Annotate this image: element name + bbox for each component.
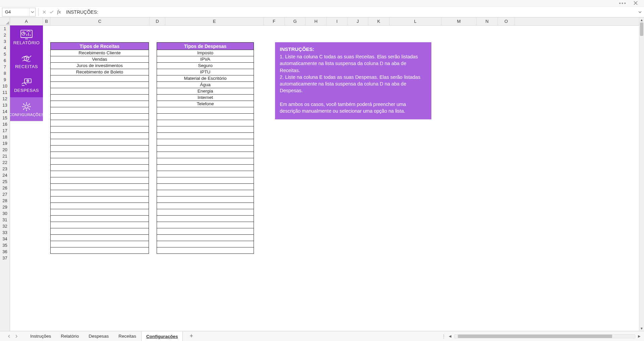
despesas-cell[interactable] bbox=[157, 171, 254, 177]
despesas-cell[interactable] bbox=[157, 203, 254, 209]
despesas-cell[interactable] bbox=[157, 222, 254, 228]
despesas-cell[interactable] bbox=[157, 216, 254, 222]
row-header-28[interactable]: 28 bbox=[0, 197, 10, 204]
receitas-cell[interactable] bbox=[50, 184, 149, 190]
column-header-K[interactable]: K bbox=[368, 17, 389, 25]
name-box[interactable]: G4 bbox=[2, 8, 36, 16]
despesas-cell[interactable]: IPTU bbox=[157, 69, 254, 75]
row-header-16[interactable]: 16 bbox=[0, 121, 10, 127]
row-header-20[interactable]: 20 bbox=[0, 147, 10, 153]
despesas-cell[interactable]: IPVA bbox=[157, 56, 254, 63]
receitas-cell[interactable] bbox=[50, 107, 149, 114]
receitas-cell[interactable] bbox=[50, 228, 149, 235]
despesas-cell[interactable]: Água bbox=[157, 82, 254, 88]
row-header-34[interactable]: 34 bbox=[0, 236, 10, 242]
receitas-cell[interactable] bbox=[50, 126, 149, 133]
receitas-cell[interactable] bbox=[50, 235, 149, 241]
row-header-24[interactable]: 24 bbox=[0, 172, 10, 178]
column-header-G[interactable]: G bbox=[285, 17, 306, 25]
row-header-8[interactable]: 8 bbox=[0, 70, 10, 76]
despesas-cell[interactable] bbox=[157, 247, 254, 254]
row-header-19[interactable]: 19 bbox=[0, 140, 10, 147]
row-header-7[interactable]: 7 bbox=[0, 64, 10, 70]
despesas-cell[interactable] bbox=[157, 228, 254, 235]
despesas-cell[interactable] bbox=[157, 190, 254, 196]
tab-prev-button[interactable] bbox=[6, 333, 12, 339]
hscroll-left-arrow[interactable]: ◀ bbox=[449, 334, 451, 338]
select-all-corner[interactable] bbox=[0, 17, 10, 25]
despesas-cell[interactable] bbox=[157, 209, 254, 216]
despesas-cell[interactable]: Imposto bbox=[157, 50, 254, 56]
row-header-21[interactable]: 21 bbox=[0, 153, 10, 159]
despesas-cell[interactable] bbox=[157, 146, 254, 152]
receitas-cell[interactable] bbox=[50, 82, 149, 88]
horizontal-scroll-thumb[interactable] bbox=[458, 335, 612, 338]
despesas-cell[interactable] bbox=[157, 165, 254, 171]
receitas-cell[interactable] bbox=[50, 171, 149, 177]
hscroll-right-arrow[interactable]: ▶ bbox=[638, 334, 641, 338]
row-header-26[interactable]: 26 bbox=[0, 185, 10, 191]
despesas-cell[interactable] bbox=[157, 241, 254, 247]
receitas-cell[interactable] bbox=[50, 139, 149, 146]
row-header-2[interactable]: 2 bbox=[0, 32, 10, 38]
row-header-9[interactable]: 9 bbox=[0, 76, 10, 83]
column-header-M[interactable]: M bbox=[441, 17, 477, 25]
name-box-dropdown[interactable] bbox=[29, 8, 35, 16]
row-header-22[interactable]: 22 bbox=[0, 159, 10, 166]
sheet-tab-despesas[interactable]: Despesas bbox=[84, 331, 114, 341]
receitas-cell[interactable] bbox=[50, 75, 149, 82]
receitas-cell[interactable] bbox=[50, 88, 149, 95]
receitas-cell[interactable] bbox=[50, 222, 149, 228]
receitas-cell[interactable]: Recebimento de Boleto bbox=[50, 69, 149, 75]
column-header-L[interactable]: L bbox=[389, 17, 441, 25]
sheet-tab-relatório[interactable]: Relatório bbox=[56, 331, 84, 341]
despesas-cell[interactable]: Telefone bbox=[157, 101, 254, 107]
despesas-cell[interactable] bbox=[157, 139, 254, 146]
formula-input[interactable]: INSTRUÇÕES: bbox=[63, 9, 636, 15]
row-header-1[interactable]: 1 bbox=[0, 25, 10, 32]
row-header-30[interactable]: 30 bbox=[0, 210, 10, 217]
row-header-10[interactable]: 10 bbox=[0, 83, 10, 89]
receitas-cell[interactable] bbox=[50, 203, 149, 209]
sheet-tab-instruções[interactable]: Instruções bbox=[25, 331, 56, 341]
receitas-cell[interactable] bbox=[50, 133, 149, 139]
despesas-cell[interactable] bbox=[157, 235, 254, 241]
row-header-27[interactable]: 27 bbox=[0, 191, 10, 197]
column-header-C[interactable]: C bbox=[50, 17, 150, 25]
vertical-scroll-thumb[interactable] bbox=[640, 22, 643, 36]
row-header-35[interactable]: 35 bbox=[0, 242, 10, 248]
add-sheet-button[interactable]: + bbox=[186, 333, 196, 340]
receitas-cell[interactable] bbox=[50, 120, 149, 126]
row-header-33[interactable]: 33 bbox=[0, 229, 10, 236]
row-header-6[interactable]: 6 bbox=[0, 57, 10, 64]
despesas-cell[interactable]: Energia bbox=[157, 88, 254, 95]
formula-bar-expand[interactable] bbox=[636, 10, 644, 14]
row-header-5[interactable]: 5 bbox=[0, 51, 10, 57]
receitas-cell[interactable] bbox=[50, 209, 149, 216]
receitas-cell[interactable] bbox=[50, 190, 149, 196]
row-header-32[interactable]: 32 bbox=[0, 223, 10, 229]
receitas-cell[interactable] bbox=[50, 177, 149, 184]
row-header-11[interactable]: 11 bbox=[0, 89, 10, 96]
receitas-cell[interactable] bbox=[50, 146, 149, 152]
receitas-cell[interactable] bbox=[50, 241, 149, 247]
row-header-13[interactable]: 13 bbox=[0, 102, 10, 108]
despesas-cell[interactable] bbox=[157, 184, 254, 190]
receitas-cell[interactable]: Recebimento Cliente bbox=[50, 50, 149, 56]
column-header-O[interactable]: O bbox=[498, 17, 515, 25]
column-headers[interactable]: ABCDEFGHIJKLMNO bbox=[10, 17, 639, 25]
nav-configuracoes[interactable]: CONFIGURAÇÕES bbox=[10, 97, 43, 121]
row-header-12[interactable]: 12 bbox=[0, 96, 10, 102]
column-header-E[interactable]: E bbox=[165, 17, 264, 25]
row-header-4[interactable]: 4 bbox=[0, 45, 10, 51]
receitas-cell[interactable]: Juros de investimentos bbox=[50, 63, 149, 69]
despesas-cell[interactable] bbox=[157, 133, 254, 139]
sheet-tab-receitas[interactable]: Receitas bbox=[114, 331, 141, 341]
column-header-D[interactable]: D bbox=[150, 17, 165, 25]
despesas-cell[interactable] bbox=[157, 177, 254, 184]
tab-split-handle[interactable]: ⋮ bbox=[441, 334, 446, 339]
vertical-scrollbar[interactable]: ▲ ▼ bbox=[639, 17, 644, 331]
receitas-cell[interactable] bbox=[50, 216, 149, 222]
insert-function-button[interactable]: fx bbox=[55, 8, 63, 16]
column-header-A[interactable]: A bbox=[10, 17, 43, 25]
